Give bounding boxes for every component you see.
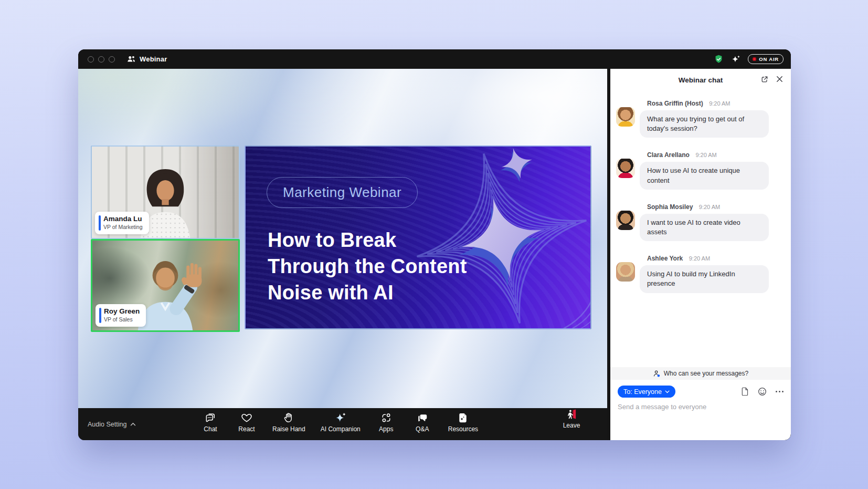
- close-chat-icon[interactable]: [776, 75, 784, 84]
- message-bubble: What are you trying to get out of today'…: [640, 110, 769, 138]
- apps-icon: [380, 412, 393, 424]
- meeting-toolbar: Audio Setting Chat: [78, 408, 607, 440]
- chevron-up-icon: [130, 422, 136, 426]
- message-time: 9:20 AM: [709, 100, 730, 107]
- pop-out-chat-icon[interactable]: [760, 75, 769, 84]
- recipient-selector-label: To: Everyone: [623, 388, 662, 396]
- on-air-badge: ON AIR: [748, 54, 784, 64]
- qa-icon: [416, 412, 429, 424]
- apps-button-label: Apps: [379, 425, 393, 433]
- audio-setting-label: Audio Setting: [88, 421, 126, 428]
- qa-button[interactable]: Q&A: [412, 412, 433, 433]
- chevron-down-icon: [665, 390, 670, 393]
- raise-hand-button[interactable]: Raise Hand: [272, 412, 305, 433]
- speaker-name: Roy Green: [104, 307, 140, 316]
- webinar-window: Webinar ON AIR: [78, 49, 791, 440]
- slide-title: How to Break Through the Content Noise w…: [268, 227, 590, 306]
- window-title: Webinar: [140, 55, 167, 63]
- message-bubble: How to use AI to create unique content: [640, 162, 769, 189]
- window-close-button[interactable]: [88, 56, 94, 63]
- avatar-ashlee-york: [616, 262, 635, 282]
- ai-companion-button[interactable]: AI Companion: [321, 412, 361, 433]
- video-tile-amanda-lu[interactable]: Amanda Lu VP of Marketing: [91, 145, 240, 239]
- message-author: Rosa Griffin (Host): [647, 100, 703, 107]
- apps-button[interactable]: Apps: [376, 412, 397, 433]
- audio-setting-control[interactable]: Audio Setting: [88, 408, 136, 440]
- chat-message: Rosa Griffin (Host) 9:20 AM What are you…: [616, 98, 782, 138]
- more-options-icon[interactable]: [776, 391, 784, 392]
- message-author: Sophia Mosiley: [647, 203, 693, 211]
- ai-companion-icon: [334, 412, 347, 424]
- raise-hand-button-label: Raise Hand: [272, 425, 305, 433]
- chat-message: Sophia Mosiley 9:20 AM I want to use AI …: [616, 202, 782, 241]
- slide-title-line: How to Break: [268, 227, 590, 253]
- speaker-name: Amanda Lu: [103, 215, 143, 224]
- chat-bubble-icon: [204, 412, 217, 424]
- leave-icon: [565, 408, 578, 420]
- on-air-dot: [753, 57, 756, 61]
- titlebar: Webinar ON AIR: [78, 49, 791, 69]
- app-identity: Webinar: [126, 55, 167, 63]
- chat-message: Ashlee York 9:20 AM Using AI to build my…: [616, 253, 782, 293]
- chat-message-list[interactable]: Rosa Griffin (Host) 9:20 AM What are you…: [610, 91, 791, 367]
- avatar-rosa-griffin: [616, 107, 635, 127]
- window-minimize-button[interactable]: [98, 56, 104, 63]
- leave-button-label: Leave: [563, 422, 580, 429]
- chat-button[interactable]: Chat: [200, 412, 221, 433]
- video-tile-roy-green[interactable]: Roy Green VP of Sales: [91, 239, 240, 332]
- person-privacy-icon: [653, 370, 661, 378]
- message-time: 9:20 AM: [689, 255, 710, 262]
- speaker-name-tag: Amanda Lu VP of Marketing: [95, 212, 149, 234]
- message-author: Ashlee York: [647, 255, 683, 262]
- heart-icon: [240, 412, 253, 424]
- attach-file-icon[interactable]: [740, 387, 749, 396]
- window-maximize-button[interactable]: [109, 56, 115, 63]
- speaker-role: VP of Sales: [104, 316, 140, 324]
- message-privacy-banner[interactable]: Who can see your messages?: [610, 367, 791, 380]
- encryption-shield-icon[interactable]: [714, 54, 724, 65]
- participants-icon: [126, 55, 135, 63]
- message-time: 9:20 AM: [695, 152, 716, 158]
- message-bubble: Using AI to build my LinkedIn presence: [640, 265, 769, 293]
- slide-badge: Marketing Webinar: [267, 177, 418, 208]
- qa-button-label: Q&A: [416, 425, 429, 433]
- avatar-clara-arellano: [616, 159, 635, 178]
- shared-slide: Marketing Webinar How to Break Through t…: [245, 145, 591, 329]
- message-time: 9:20 AM: [699, 204, 720, 210]
- chat-message: Clara Arellano 9:20 AM How to use AI to …: [616, 150, 782, 189]
- speaker-name-tag: Roy Green VP of Sales: [96, 304, 146, 327]
- resources-button-label: Resources: [448, 425, 478, 433]
- ai-companion-button-label: AI Companion: [321, 425, 361, 433]
- on-air-label: ON AIR: [759, 56, 779, 62]
- react-button-label: React: [238, 425, 255, 433]
- message-author: Clara Arellano: [647, 151, 690, 159]
- slide-title-line: Noise with AI: [268, 279, 590, 306]
- window-controls: [88, 56, 115, 63]
- raise-hand-icon: [282, 412, 295, 424]
- privacy-banner-text: Who can see your messages?: [664, 370, 748, 377]
- resources-icon: [457, 412, 469, 424]
- chat-header: Webinar chat: [610, 69, 791, 91]
- leave-button[interactable]: Leave: [561, 408, 582, 429]
- ai-companion-status-icon[interactable]: [731, 55, 740, 64]
- webinar-stage-canvas: Amanda Lu VP of Marketing: [78, 69, 607, 408]
- speaker-role: VP of Marketing: [103, 224, 143, 231]
- slide-title-line: Through the Content: [268, 253, 590, 279]
- composer-toolbar: To: Everyone: [610, 380, 791, 398]
- chat-message-input[interactable]: [618, 403, 775, 411]
- chat-button-label: Chat: [204, 425, 217, 433]
- resources-button[interactable]: Resources: [448, 412, 478, 433]
- recipient-selector[interactable]: To: Everyone: [618, 386, 675, 398]
- emoji-icon[interactable]: [758, 387, 767, 396]
- message-bubble: I want to use AI to create video assets: [640, 214, 769, 241]
- composer-spacer: [610, 411, 791, 440]
- stage: Amanda Lu VP of Marketing: [78, 69, 607, 440]
- react-button[interactable]: React: [236, 412, 257, 433]
- webinar-chat-panel: Webinar chat: [610, 69, 791, 440]
- avatar-sophia-mosiley: [616, 211, 635, 230]
